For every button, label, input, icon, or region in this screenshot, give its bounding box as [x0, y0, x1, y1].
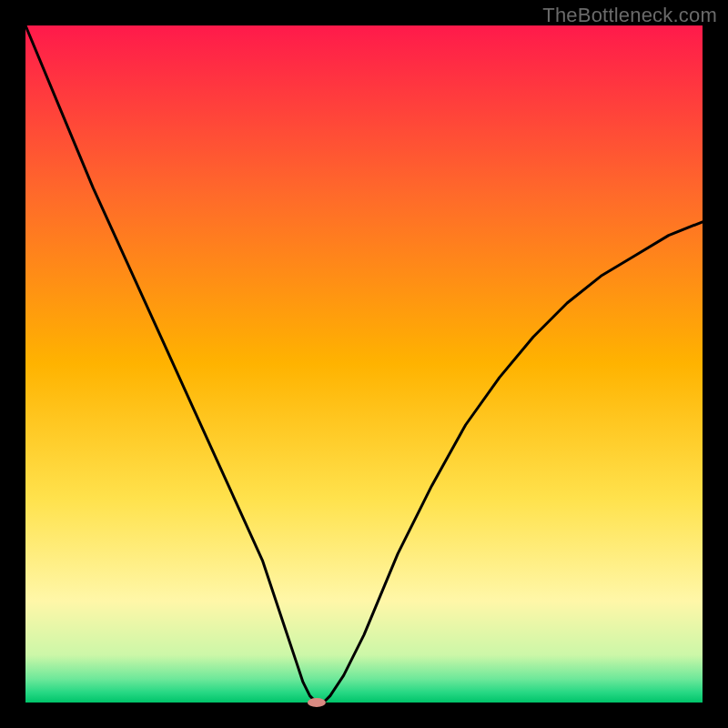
watermark-text: TheBottleneck.com	[542, 4, 717, 27]
bottleneck-chart	[0, 0, 728, 728]
chart-frame: TheBottleneck.com	[0, 0, 728, 728]
plot-background	[25, 25, 703, 703]
minimum-marker	[308, 698, 326, 707]
